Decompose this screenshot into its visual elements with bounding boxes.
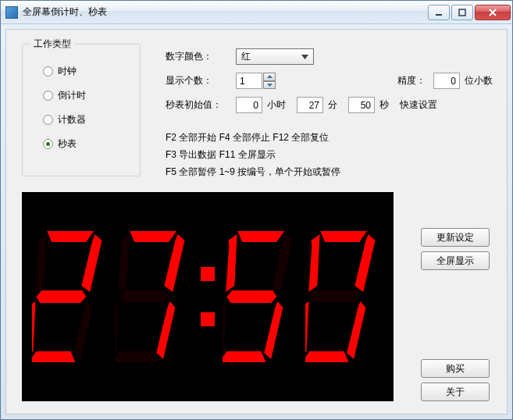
help-line-2: F3 导出数据 F11 全屏显示 — [166, 146, 493, 163]
radio-icon — [43, 139, 53, 149]
color-combo[interactable]: 红 — [236, 48, 314, 65]
svg-marker-7 — [32, 234, 52, 292]
radio-option-2[interactable]: 计数器 — [43, 113, 132, 126]
clock-display — [22, 192, 394, 401]
radio-icon — [43, 91, 53, 101]
work-type-group: 工作类型 时钟倒计时计数器秒表 — [22, 44, 141, 176]
svg-rect-0 — [436, 14, 442, 16]
shortcut-help: F2 全部开始 F4 全部停止 F12 全部复位 F3 导出数据 F11 全屏显… — [166, 129, 493, 180]
digit-7 — [115, 226, 193, 367]
spin-down-icon[interactable] — [263, 81, 276, 90]
svg-marker-22 — [226, 290, 277, 303]
svg-marker-17 — [271, 234, 293, 292]
svg-marker-4 — [73, 301, 93, 359]
second-unit: 秒 — [379, 98, 389, 112]
radio-label: 秒表 — [58, 137, 77, 151]
svg-marker-29 — [308, 290, 360, 303]
digit-5 — [223, 226, 301, 367]
radio-label: 时钟 — [58, 65, 77, 78]
svg-marker-10 — [163, 234, 185, 292]
window-title: 全屏幕倒计时、秒表 — [23, 5, 428, 19]
buy-button[interactable]: 购买 — [421, 359, 490, 378]
svg-marker-2 — [45, 231, 94, 242]
svg-marker-12 — [115, 351, 160, 362]
radio-icon — [43, 115, 53, 125]
svg-marker-11 — [155, 301, 176, 359]
svg-marker-5 — [32, 351, 77, 362]
titlebar[interactable]: 全屏幕倒计时、秒表 — [1, 1, 512, 24]
minute-input[interactable]: 27 — [297, 97, 323, 113]
help-line-3: F5 全部暂停 1~9 按编号，单个开始或暂停 — [166, 163, 493, 180]
svg-marker-23 — [319, 231, 367, 242]
svg-marker-18 — [263, 301, 283, 359]
svg-marker-26 — [305, 351, 351, 362]
count-input[interactable]: 1 — [236, 73, 262, 89]
radio-label: 计数器 — [58, 113, 86, 126]
digit-0 — [305, 226, 383, 367]
close-icon — [488, 9, 497, 16]
help-line-1: F2 全部开始 F4 全部停止 F12 全部复位 — [166, 129, 493, 146]
svg-marker-24 — [354, 234, 376, 292]
fullscreen-button[interactable]: 全屏显示 — [421, 251, 490, 270]
group-title: 工作类型 — [30, 37, 74, 51]
minute-unit: 分 — [328, 98, 337, 112]
maximize-icon — [458, 9, 466, 16]
svg-marker-28 — [305, 234, 325, 292]
settings-area: 数字颜色： 红 显示个数： 1 精度： 0 位小数 — [166, 48, 493, 180]
svg-marker-16 — [236, 231, 284, 242]
spin-up-icon[interactable] — [263, 73, 276, 81]
digit-2 — [32, 226, 110, 367]
svg-marker-15 — [118, 290, 169, 303]
svg-rect-1 — [459, 9, 465, 16]
svg-marker-14 — [115, 234, 134, 292]
minimize-button[interactable] — [428, 5, 450, 20]
maximize-button[interactable] — [451, 5, 473, 20]
svg-marker-27 — [305, 301, 314, 359]
radio-option-1[interactable]: 倒计时 — [43, 89, 132, 102]
svg-marker-8 — [35, 290, 87, 303]
colon — [198, 226, 218, 367]
hour-unit: 小时 — [267, 98, 286, 112]
radio-option-0[interactable]: 时钟 — [43, 65, 132, 78]
second-input[interactable]: 50 — [348, 97, 375, 113]
client-area: 工作类型 时钟倒计时计数器秒表 数字颜色： 红 显示个数： 1 — [5, 29, 508, 415]
svg-marker-20 — [223, 301, 231, 359]
init-label: 秒表初始值： — [166, 98, 236, 112]
radio-label: 倒计时 — [58, 89, 86, 102]
precision-label: 精度： — [397, 74, 426, 87]
color-combo-value: 红 — [241, 50, 298, 63]
color-label: 数字颜色： — [166, 50, 236, 63]
svg-marker-19 — [223, 351, 268, 362]
chevron-down-icon — [298, 50, 312, 63]
precision-unit: 位小数 — [465, 74, 493, 87]
radio-icon — [43, 66, 53, 77]
svg-marker-6 — [32, 301, 41, 359]
quickset-link[interactable]: 快速设置 — [400, 98, 437, 112]
count-spinner[interactable] — [263, 73, 276, 89]
svg-marker-21 — [223, 234, 242, 292]
update-button[interactable]: 更新设定 — [421, 228, 490, 247]
svg-marker-13 — [115, 301, 123, 359]
svg-marker-25 — [346, 301, 366, 359]
svg-marker-9 — [128, 231, 176, 242]
precision-input[interactable]: 0 — [433, 73, 460, 89]
radio-option-3[interactable]: 秒表 — [43, 137, 132, 151]
close-button[interactable] — [475, 5, 511, 20]
app-icon — [5, 6, 18, 19]
minimize-icon — [435, 9, 443, 16]
count-label: 显示个数： — [166, 74, 236, 87]
app-window: 全屏幕倒计时、秒表 工作类型 时钟倒计时计数器秒表 数字颜色： 红 — [0, 0, 513, 420]
hour-input[interactable]: 0 — [236, 97, 262, 113]
about-button[interactable]: 关于 — [421, 383, 490, 401]
svg-marker-3 — [80, 234, 102, 292]
